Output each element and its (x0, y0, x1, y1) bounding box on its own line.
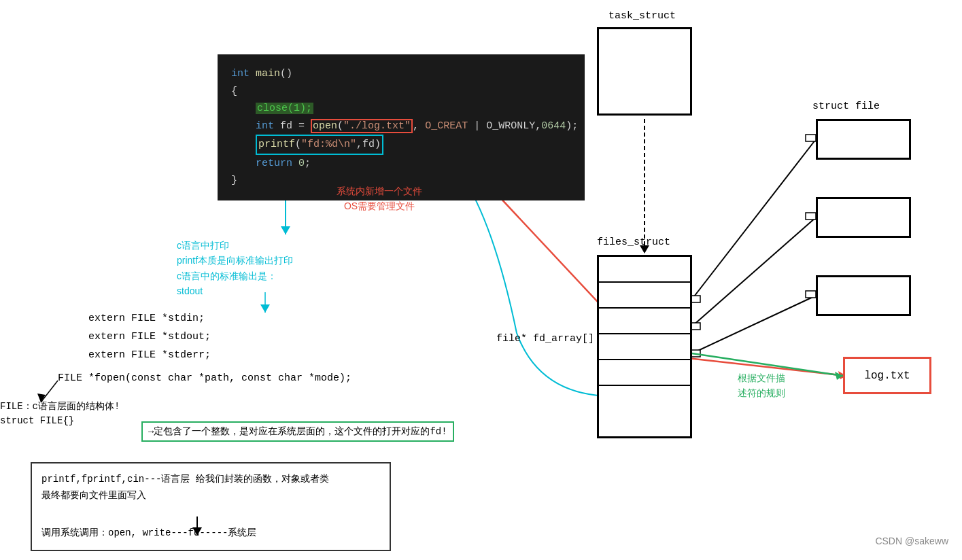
file-struct-info: FILE：c语言层面的结构体!struct FILE{} (0, 400, 120, 428)
bottom-box: printf,fprintf,cin---语言层 给我们封装的函数，对象或者类最… (31, 462, 391, 551)
task-struct-box (597, 27, 692, 116)
svg-marker-5 (281, 226, 290, 234)
fd-array-label: file* fd_array[] (496, 333, 594, 345)
struct-file-box1 (816, 119, 911, 160)
files-struct-box (597, 255, 692, 438)
bottom-text1: printf,fprintf,cin---语言层 给我们封装的函数，对象或者类最… (41, 474, 329, 501)
log-txt-label: log.txt (864, 370, 910, 382)
file-rule-annotation: 根据文件描述符的规则 (738, 370, 785, 401)
struct-file-box3 (816, 275, 911, 316)
task-struct-label: task_struct (608, 10, 676, 22)
fopen-line: FILE *fopen(const char *path, const char… (58, 372, 351, 384)
svg-rect-16 (806, 213, 816, 220)
fd-info-box: →定包含了一个整数，是对应在系统层面的，这个文件的打开对应的fd! (141, 421, 454, 442)
log-txt-box: log.txt (843, 357, 931, 394)
svg-marker-19 (835, 372, 843, 380)
c-print-annotation: c语言中打印 printf本质是向标准输出打印 c语言中的标准输出是： stdo… (177, 238, 293, 299)
svg-line-9 (692, 139, 816, 299)
code-block: int main() { close(1); int fd = open("./… (218, 54, 585, 200)
svg-line-10 (692, 217, 816, 326)
csdn-watermark: CSDN @sakeww (875, 536, 948, 546)
struct-file-label: struct file (812, 101, 880, 112)
struct-file-box2 (816, 197, 911, 238)
file-declarations: extern FILE *stdin; extern FILE *stdout;… (88, 309, 211, 364)
system-new-file-annotation: 系统内新增一个文件OS需要管理文件 (337, 183, 422, 214)
svg-rect-15 (806, 135, 816, 141)
bottom-text2: 调用系统调用：open, write---fd-----系统层 (41, 525, 380, 542)
files-struct-label: files_struct (597, 237, 670, 248)
svg-line-11 (692, 296, 816, 353)
svg-rect-17 (806, 291, 816, 298)
svg-marker-23 (260, 304, 270, 313)
